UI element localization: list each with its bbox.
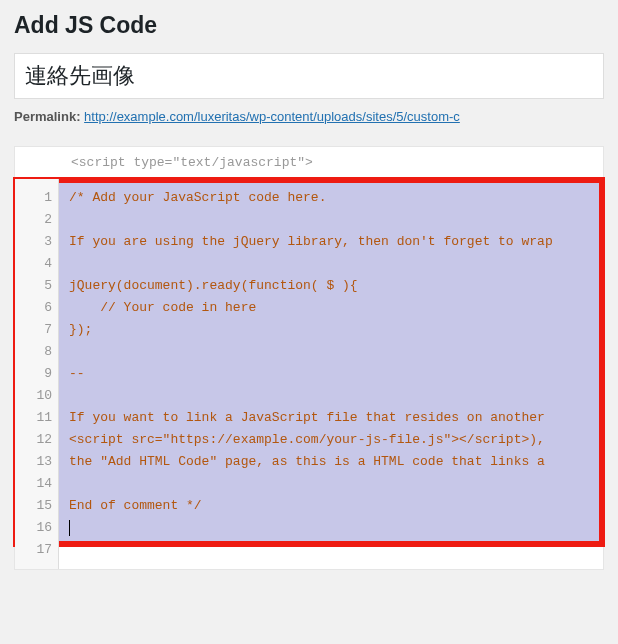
line-number: 6 [21, 297, 52, 319]
line-number: 2 [21, 209, 52, 231]
code-lines[interactable]: /* Add your JavaScript code here.If you … [59, 179, 603, 569]
code-line[interactable] [69, 517, 593, 539]
code-line[interactable]: <script src="https://example.com/your-js… [69, 429, 593, 451]
line-number: 14 [21, 473, 52, 495]
code-line[interactable] [69, 209, 593, 231]
permalink-url[interactable]: http://example.com/luxeritas/wp-content/… [84, 109, 460, 124]
code-line[interactable]: If you are using the jQuery library, the… [69, 231, 593, 253]
line-number: 16 [21, 517, 52, 539]
permalink-label: Permalink: [14, 109, 80, 124]
line-number: 15 [21, 495, 52, 517]
line-number: 12 [21, 429, 52, 451]
code-line[interactable]: End of comment */ [69, 495, 593, 517]
code-line[interactable]: the "Add HTML Code" page, as this is a H… [69, 451, 593, 473]
code-line[interactable]: }); [69, 319, 593, 341]
code-line[interactable]: -- [69, 363, 593, 385]
code-line[interactable] [69, 539, 593, 561]
code-line[interactable] [69, 253, 593, 275]
code-line[interactable]: jQuery(document).ready(function( $ ){ [69, 275, 593, 297]
script-tag-header: <script type="text/javascript"> [15, 147, 603, 179]
line-number: 4 [21, 253, 52, 275]
code-line[interactable]: /* Add your JavaScript code here. [69, 187, 593, 209]
line-number: 13 [21, 451, 52, 473]
code-line[interactable]: // Your code in here [69, 297, 593, 319]
code-area[interactable]: 1234567891011121314151617 /* Add your Ja… [15, 179, 603, 569]
line-number: 5 [21, 275, 52, 297]
code-line[interactable] [69, 385, 593, 407]
line-number: 1 [21, 187, 52, 209]
post-title-input[interactable] [14, 53, 604, 99]
line-number: 10 [21, 385, 52, 407]
code-editor-box: <script type="text/javascript"> 12345678… [14, 146, 604, 570]
text-caret [69, 520, 70, 536]
code-line[interactable] [69, 341, 593, 363]
permalink-row: Permalink: http://example.com/luxeritas/… [14, 109, 604, 124]
page-title: Add JS Code [14, 12, 604, 39]
line-number: 17 [21, 539, 52, 561]
line-number: 11 [21, 407, 52, 429]
code-line[interactable] [69, 473, 593, 495]
line-number: 8 [21, 341, 52, 363]
line-number-gutter: 1234567891011121314151617 [15, 179, 59, 569]
line-number: 7 [21, 319, 52, 341]
code-line[interactable]: If you want to link a JavaScript file th… [69, 407, 593, 429]
line-number: 3 [21, 231, 52, 253]
line-number: 9 [21, 363, 52, 385]
